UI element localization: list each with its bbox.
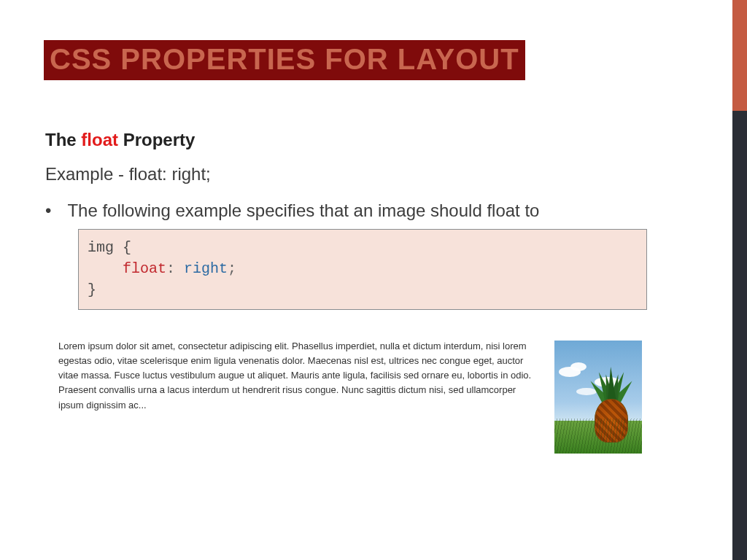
bullet-row: • The following example specifies that a… <box>45 201 539 221</box>
subheading-after: Property <box>118 130 195 149</box>
slide-title: CSS PROPERTIES FOR LAYOUT <box>44 40 525 80</box>
bullet-dot-icon: • <box>45 201 51 221</box>
subheading-keyword: float <box>81 130 118 149</box>
code-line-3: } <box>88 279 638 300</box>
code-block: img { float: right; } <box>78 229 647 310</box>
code-value: right <box>184 260 228 277</box>
bullet-text: The following example specifies that an … <box>67 201 539 221</box>
demo-image-pineapple <box>554 341 642 454</box>
slide: CSS PROPERTIES FOR LAYOUT The float Prop… <box>0 0 747 560</box>
subheading-before: The <box>45 130 81 149</box>
code-line-1: img { <box>88 237 638 258</box>
side-accent-bar <box>732 0 747 111</box>
code-semicolon: ; <box>228 260 236 277</box>
float-demo: Lorem ipsum dolor sit amet, consectetur … <box>58 339 642 454</box>
code-colon: : <box>166 260 184 277</box>
code-line-2: float: right; <box>88 258 638 279</box>
example-line: Example - float: right; <box>45 164 211 184</box>
subheading: The float Property <box>45 130 195 150</box>
code-property: float <box>123 260 166 277</box>
side-dark-bar <box>732 111 747 560</box>
